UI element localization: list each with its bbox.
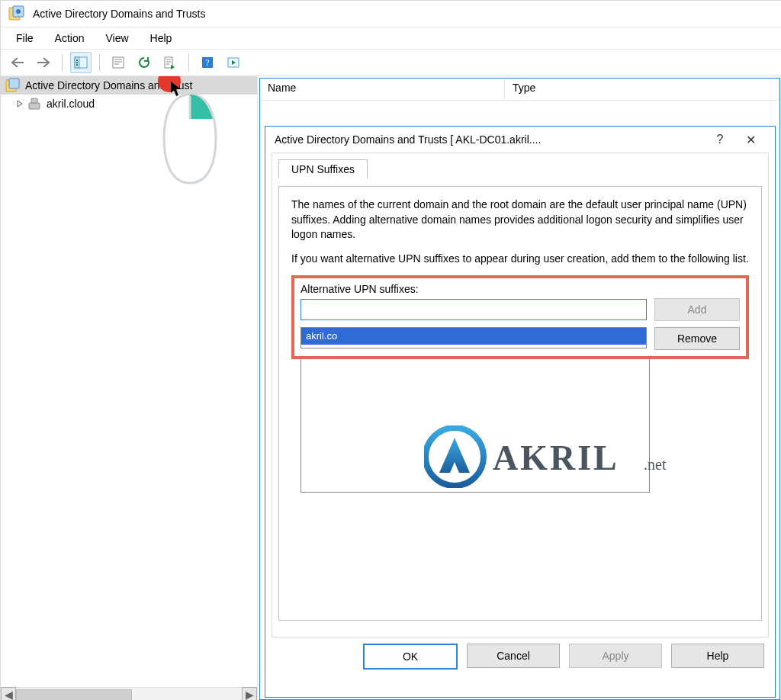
apply-button[interactable]: Apply [569,644,662,668]
cancel-button[interactable]: Cancel [467,644,560,668]
alt-upn-label: Alternative UPN suffixes: [301,283,740,295]
menu-file[interactable]: File [5,27,44,49]
refresh-button[interactable] [133,52,155,73]
tab-content: The names of the current domain and the … [278,186,762,621]
svg-text:?: ? [205,57,209,68]
properties-dialog: Active Directory Domains and Trusts [ AK… [265,126,776,698]
dialog-title: Active Directory Domains and Trusts [ AK… [275,133,541,146]
toolbar-separator [62,54,63,71]
upn-suffix-item[interactable]: akril.co [301,328,646,345]
back-button[interactable] [7,52,28,73]
app-window: Active Directory Domains and Trusts File… [0,0,781,700]
column-name[interactable]: Name [260,79,505,100]
tree[interactable]: Active Directory Domains and Trust [1,76,257,687]
list-headers: Name Type [260,79,779,101]
cursor-icon [170,81,184,100]
svg-rect-11 [9,79,19,88]
description-1: The names of the current domain and the … [291,197,749,242]
app-title: Active Directory Domains and Trusts [33,8,205,20]
watermark-brand-suffix: .net [644,456,667,473]
show-tree-button[interactable] [70,52,92,73]
dialog-titlebar: Active Directory Domains and Trusts [ AK… [265,127,775,153]
help-button-dialog[interactable]: Help [671,644,764,668]
upn-suffix-list[interactable]: akril.co [301,327,647,348]
scroll-track[interactable] [16,689,242,700]
menu-action[interactable]: Action [44,27,95,49]
domain-icon [27,96,42,111]
watermark-logo: AKRIL .net [424,425,683,490]
tree-panel: Active Directory Domains and Trust [1,76,258,700]
svg-rect-13 [29,103,40,109]
help-button[interactable]: ? [197,52,218,73]
dialog-buttons: OK Cancel Apply Help [265,644,775,680]
tree-child-label: akril.cloud [47,98,95,110]
scroll-left-icon[interactable]: ◀ [1,687,16,700]
menu-help[interactable]: Help [140,27,183,49]
app-icon [8,5,25,22]
ok-button[interactable]: OK [363,644,458,669]
highlight-box: Alternative UPN suffixes: Add akril.co R… [291,275,749,359]
svg-rect-5 [113,57,124,68]
toolbar: ? [1,50,781,76]
svg-point-2 [16,9,21,14]
dialog-help-button[interactable]: ? [705,127,735,153]
watermark-brand: AKRIL [493,438,619,477]
toolbar-separator [188,54,189,71]
remove-button[interactable]: Remove [654,327,740,350]
tree-root[interactable]: Active Directory Domains and Trust [1,76,257,95]
dialog-body: UPN Suffixes The names of the current do… [272,153,769,637]
scroll-thumb[interactable] [16,689,132,700]
upn-suffix-input[interactable] [301,299,647,320]
tab-upn-suffixes[interactable]: UPN Suffixes [278,159,368,178]
expand-icon[interactable] [14,98,25,110]
domains-trusts-icon [5,78,21,93]
scroll-right-icon[interactable]: ▶ [242,687,257,700]
tree-horizontal-scrollbar[interactable]: ◀ ▶ [1,687,257,700]
run-button[interactable] [223,52,244,73]
toolbar-separator [99,54,100,71]
tabstrip: UPN Suffixes [278,159,762,178]
add-button[interactable]: Add [654,298,740,321]
mouse-icon [161,93,219,187]
dialog-close-button[interactable]: ✕ [735,127,766,153]
description-2: If you want alternative UPN suffixes to … [291,252,749,267]
titlebar: Active Directory Domains and Trusts [1,1,781,27]
svg-rect-14 [31,98,37,103]
properties-button[interactable] [108,52,129,73]
menu-view[interactable]: View [95,27,139,49]
menubar: File Action View Help [1,27,781,50]
column-type[interactable]: Type [505,79,779,100]
export-button[interactable] [159,52,181,73]
forward-button[interactable] [33,52,54,73]
